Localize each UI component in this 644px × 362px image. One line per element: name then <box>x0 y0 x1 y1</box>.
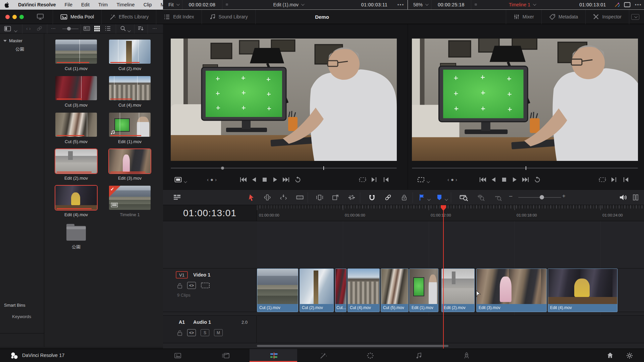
project-home-icon[interactable] <box>606 352 614 359</box>
insert-clip-button[interactable] <box>316 194 324 201</box>
metadata-button[interactable]: Metadata <box>542 10 585 24</box>
keywords-item[interactable]: Keywords <box>12 314 31 319</box>
source-viewer-video[interactable] <box>171 39 397 161</box>
timeline-clip-edit1[interactable]: Edit (1).mov <box>409 268 438 312</box>
detail-zoom-button[interactable] <box>477 194 486 201</box>
timeline-playhead[interactable] <box>443 205 444 349</box>
timeline-panel-toggle-icon[interactable] <box>633 194 639 201</box>
timeline-empty-area[interactable] <box>257 221 644 268</box>
media-clip-edit1[interactable]: Edit (1).mov <box>109 113 151 144</box>
media-clip-cut2[interactable]: Cut (2).mov <box>109 40 151 71</box>
page-fairlight-icon[interactable] <box>415 352 423 359</box>
page-fusion-icon[interactable] <box>319 352 327 359</box>
media-clip-cut4[interactable]: Cut (4).mov <box>109 76 151 108</box>
thumb-size-slider-knob[interactable] <box>67 27 71 31</box>
thumb-options-dots[interactable]: … <box>51 24 56 30</box>
in-out-controls[interactable]: ‹●› <box>447 177 459 182</box>
go-to-last-frame-button[interactable] <box>282 176 290 183</box>
menu-file[interactable]: File <box>65 2 72 7</box>
custom-zoom-button[interactable] <box>494 194 503 201</box>
apple-menu[interactable] <box>5 2 9 8</box>
dynamic-trim-mode-tool[interactable] <box>280 194 287 201</box>
page-deliver-icon[interactable] <box>463 352 470 359</box>
more-options-dots[interactable]: … <box>152 24 157 30</box>
media-folder-park[interactable]: 公園 <box>55 221 97 250</box>
timeline-name-dropdown[interactable]: Timeline 1 <box>509 2 530 7</box>
play-button[interactable] <box>512 176 518 183</box>
clean-feed-monitor-icon[interactable] <box>37 13 44 20</box>
flag-chevron-icon[interactable] <box>427 196 430 202</box>
zoom-in-button[interactable]: + <box>562 193 566 199</box>
menu-app-name[interactable]: DaVinci Resolve <box>18 2 56 7</box>
stop-button[interactable] <box>501 176 507 183</box>
auto-select-toggle[interactable]: <> <box>187 282 196 289</box>
media-pool-button[interactable]: Media Pool <box>53 10 101 24</box>
timeline-clip-cut3[interactable]: Cut... <box>335 268 346 312</box>
timeline-clip-cut2[interactable]: Cut (2).mov <box>300 268 334 312</box>
media-timeline-item[interactable]: ✓ Timeline 1 <box>109 186 151 217</box>
in-out-controls[interactable]: ‹●› <box>207 177 218 182</box>
panel-collapse-button[interactable] <box>631 14 639 20</box>
timeline-scrub-playhead[interactable] <box>526 166 526 170</box>
source-scrub-playhead[interactable] <box>323 166 324 170</box>
timeline-clip-cut1[interactable]: Cut (1).mov <box>257 268 298 312</box>
disclosure-triangle-icon[interactable] <box>3 40 7 42</box>
minimize-window-button[interactable] <box>12 15 17 19</box>
video-track-header[interactable]: V1 Video 1 <> 9 Clips <box>163 268 257 312</box>
menu-trim[interactable]: Trim <box>98 2 108 7</box>
timeline-view-options-icon[interactable] <box>173 194 181 201</box>
close-window-button[interactable] <box>5 15 10 19</box>
linked-selection-toggle[interactable] <box>384 194 392 201</box>
media-clip-edit2[interactable]: Edit (2).mov <box>55 149 97 181</box>
metadata-view-icon[interactable] <box>83 25 90 32</box>
source-clip-chevron-icon[interactable] <box>301 2 305 6</box>
bin-sidebar-toggle-icon[interactable] <box>4 25 11 32</box>
go-to-first-frame-button[interactable] <box>479 176 486 183</box>
effects-library-button[interactable]: Effects Library <box>102 10 156 24</box>
match-frame-icon[interactable] <box>598 176 606 183</box>
viewer-mode-icon[interactable] <box>174 176 182 183</box>
mixer-button[interactable]: Mixer <box>506 10 541 24</box>
marker-button[interactable] <box>437 194 442 201</box>
selection-mode-tool[interactable] <box>248 194 255 201</box>
search-chevron-icon[interactable] <box>127 27 130 34</box>
sound-library-button[interactable]: Sound Library <box>202 10 255 24</box>
timeline-horizontal-scrollbar[interactable] <box>257 345 448 347</box>
menu-edit[interactable]: Edit <box>81 2 90 7</box>
enhanced-viewer-wand-icon[interactable] <box>614 1 621 8</box>
razor-edit-mode-tool[interactable] <box>296 194 304 201</box>
replace-clip-button[interactable] <box>348 194 356 201</box>
audio-track-badge[interactable]: A1 <box>176 318 188 326</box>
mute-toggle[interactable]: M <box>214 329 223 336</box>
timeline-z슬oom-knob[interactable] <box>540 195 544 199</box>
edit-index-button[interactable]: Edit Index <box>156 10 201 24</box>
play-reverse-button[interactable] <box>490 176 496 183</box>
chain-link-icon[interactable] <box>36 25 43 32</box>
auto-select-toggle[interactable]: <> <box>187 329 196 336</box>
timeline-name-chevron-icon[interactable] <box>533 2 536 6</box>
track-lock-icon[interactable] <box>177 283 182 289</box>
video-track-badge[interactable]: V1 <box>176 271 188 279</box>
timeline-viewer-video[interactable] <box>412 39 638 161</box>
marker-chevron-icon[interactable] <box>445 196 447 202</box>
next-edit-icon[interactable] <box>371 176 377 183</box>
stop-button[interactable] <box>262 176 268 183</box>
previous-edit-icon[interactable] <box>623 176 629 183</box>
inspector-button[interactable]: Inspector <box>586 10 629 24</box>
timeline-clip-cut5[interactable]: Cut (5).mov <box>381 268 409 312</box>
smart-bins-header[interactable]: Smart Bins <box>4 303 25 308</box>
source-scrub-bar[interactable] <box>171 168 397 169</box>
source-scrub-dot[interactable] <box>221 167 224 170</box>
timeline-options-dots[interactable]: ••• <box>633 2 644 7</box>
snapping-magnet-toggle[interactable] <box>368 194 376 201</box>
match-frame-icon[interactable] <box>359 176 367 183</box>
timeline-clip-edit4[interactable]: Edit (4).mov <box>548 268 618 312</box>
flag-button[interactable] <box>419 194 425 201</box>
zoom-window-button[interactable] <box>19 15 24 19</box>
settings-gear-icon[interactable] <box>626 352 633 359</box>
chevron-down-icon[interactable] <box>14 27 16 34</box>
sort-icon[interactable] <box>138 25 144 32</box>
chevron-down-icon[interactable] <box>427 178 429 184</box>
timeline-clip-edit3[interactable]: Edit (3).mov <box>476 268 547 312</box>
full-extent-zoom-button[interactable] <box>460 194 468 201</box>
